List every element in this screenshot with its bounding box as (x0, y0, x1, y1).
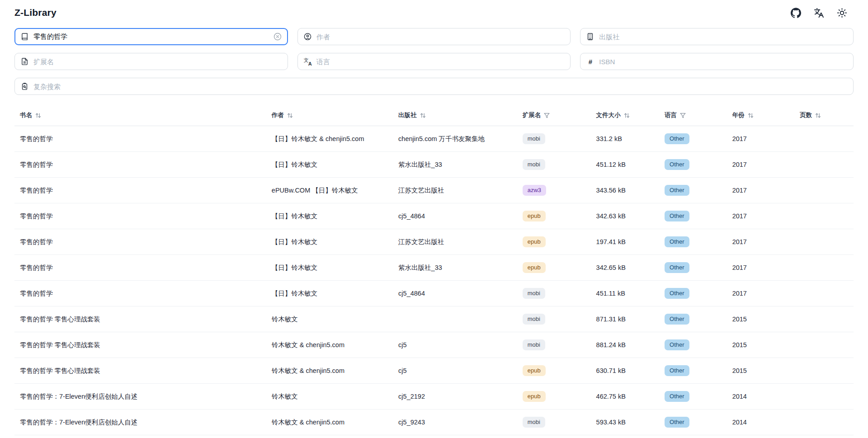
cell-extension: mobi (517, 306, 591, 332)
cell-filesize: 593.43 kB (591, 410, 660, 435)
language-badge: Other (665, 211, 689, 221)
isbn-field[interactable]: # (580, 53, 854, 70)
cell-extension: epub (517, 255, 591, 281)
cell-language: Other (659, 384, 727, 410)
cell-book-title: 零售的哲学 零售心理战套装 (14, 358, 266, 384)
table-row[interactable]: 零售的哲学：7-Eleven便利店创始人自述 铃木敏文 & chenjin5.c… (14, 410, 854, 435)
table-row[interactable]: 零售的哲学 零售心理战套装 铃木敏文 & chenjin5.com cj5 ep… (14, 358, 854, 384)
author-field[interactable] (297, 28, 571, 45)
language-field[interactable]: 文A (297, 53, 571, 70)
table-row[interactable]: 零售的哲学 【日】铃木敏文 cj5_4864 mobi 451.11 kB Ot… (14, 281, 854, 306)
table-row[interactable]: 零售的哲学 【日】铃木敏文 紫水出版社_33 epub 342.65 kB Ot… (14, 255, 854, 281)
table-row[interactable]: 零售的哲学 【日】铃木敏文 & chenjin5.com chenjin5.co… (14, 126, 854, 152)
table-row[interactable]: 零售的哲学 【日】铃木敏文 江苏文艺出版社 epub 197.41 kB Oth… (14, 229, 854, 255)
extension-badge: epub (523, 236, 546, 247)
cell-author: 铃木敏文 & chenjin5.com (266, 410, 393, 435)
language-badge: Other (665, 339, 689, 350)
cell-language: Other (659, 306, 727, 332)
user-icon (304, 33, 311, 41)
clear-search-icon[interactable] (274, 33, 282, 41)
cell-pages (794, 229, 854, 255)
cell-pages (794, 358, 854, 384)
cell-author: 【日】铃木敏文 (266, 203, 393, 229)
cell-pages (794, 152, 854, 178)
translate-icon[interactable] (814, 8, 824, 18)
book-title-field[interactable] (14, 28, 288, 45)
cell-book-title: 零售的哲学 (14, 229, 266, 255)
language-badge: Other (665, 365, 689, 376)
cell-year: 2017 (727, 229, 795, 255)
cell-extension: mobi (517, 410, 591, 435)
column-header-publisher[interactable]: 出版社 (393, 107, 517, 126)
cell-filesize: 451.12 kB (591, 152, 660, 178)
extension-badge: epub (523, 262, 546, 273)
complex-search-field[interactable] (14, 78, 854, 95)
cell-pages (794, 281, 854, 306)
extension-badge: epub (523, 211, 546, 221)
table-row[interactable]: 零售的哲学：7-Eleven便利店创始人自述 铃木敏文 cj5_2192 epu… (14, 384, 854, 410)
table-row[interactable]: 零售的哲学 【日】铃木敏文 紫水出版社_33 mobi 451.12 kB Ot… (14, 152, 854, 178)
cell-language: Other (659, 126, 727, 152)
light-theme-icon[interactable] (837, 8, 847, 18)
cell-filesize: 197.41 kB (591, 229, 660, 255)
language-badge: Other (665, 391, 689, 402)
cell-year: 2015 (727, 306, 795, 332)
cell-publisher: cj5 (393, 358, 517, 384)
table-row[interactable]: 零售的哲学 【日】铃木敏文 cj5_4864 epub 342.63 kB Ot… (14, 203, 854, 229)
cell-year: 2017 (727, 281, 795, 306)
column-header-title[interactable]: 书名 (14, 107, 266, 126)
cell-language: Other (659, 358, 727, 384)
extension-badge: mobi (523, 288, 545, 299)
filter-icon (680, 113, 686, 118)
cell-extension: azw3 (517, 178, 591, 203)
sort-icon (287, 113, 293, 118)
extension-field[interactable] (14, 53, 288, 70)
cell-extension: epub (517, 203, 591, 229)
cell-language: Other (659, 152, 727, 178)
column-header-extension[interactable]: 扩展名 (517, 107, 591, 126)
cell-book-title: 零售的哲学 (14, 203, 266, 229)
cell-publisher: 江苏文艺出版社 (393, 178, 517, 203)
cell-author: 【日】铃木敏文 (266, 281, 393, 306)
extension-badge: mobi (523, 314, 545, 325)
github-icon[interactable] (791, 8, 801, 18)
language-badge: Other (665, 262, 689, 273)
cell-filesize: 451.11 kB (591, 281, 660, 306)
language-input[interactable] (316, 58, 565, 66)
cell-publisher: 紫水出版社_33 (393, 255, 517, 281)
publisher-input[interactable] (599, 33, 847, 41)
cell-book-title: 零售的哲学 (14, 255, 266, 281)
language-icon: 文A (304, 58, 311, 66)
building-icon (586, 33, 594, 41)
table-row[interactable]: 零售的哲学 零售心理战套装 铃木敏文 mobi 871.31 kB Other … (14, 306, 854, 332)
search-form: 文A # (14, 28, 854, 95)
cell-year: 2017 (727, 126, 795, 152)
cell-author: 铃木敏文 (266, 384, 393, 410)
cell-book-title: 零售的哲学 零售心理战套装 (14, 332, 266, 358)
author-input[interactable] (316, 33, 565, 41)
sort-icon (815, 113, 821, 118)
complex-search-input[interactable] (33, 83, 847, 90)
column-header-author[interactable]: 作者 (266, 107, 393, 126)
extension-input[interactable] (33, 58, 282, 66)
cell-year: 2017 (727, 178, 795, 203)
column-header-filesize[interactable]: 文件大小 (591, 107, 660, 126)
publisher-field[interactable] (580, 28, 854, 45)
cell-filesize: 342.63 kB (591, 203, 660, 229)
column-header-year[interactable]: 年份 (727, 107, 795, 126)
table-row[interactable]: 零售的哲学 零售心理战套装 铃木敏文 & chenjin5.com cj5 mo… (14, 332, 854, 358)
cell-book-title: 零售的哲学 (14, 126, 266, 152)
isbn-input[interactable] (599, 58, 847, 66)
cell-author: 铃木敏文 (266, 306, 393, 332)
table-row[interactable]: 零售的哲学 ePUBw.COM 【日】铃木敏文 江苏文艺出版社 azw3 343… (14, 178, 854, 203)
book-title-input[interactable] (33, 33, 269, 41)
cell-author: 【日】铃木敏文 & chenjin5.com (266, 126, 393, 152)
cell-pages (794, 178, 854, 203)
cell-year: 2014 (727, 384, 795, 410)
cell-author: 【日】铃木敏文 (266, 255, 393, 281)
cell-extension: epub (517, 384, 591, 410)
cell-year: 2017 (727, 152, 795, 178)
column-header-pages[interactable]: 页数 (794, 107, 854, 126)
column-header-language[interactable]: 语言 (659, 107, 727, 126)
cell-pages (794, 332, 854, 358)
